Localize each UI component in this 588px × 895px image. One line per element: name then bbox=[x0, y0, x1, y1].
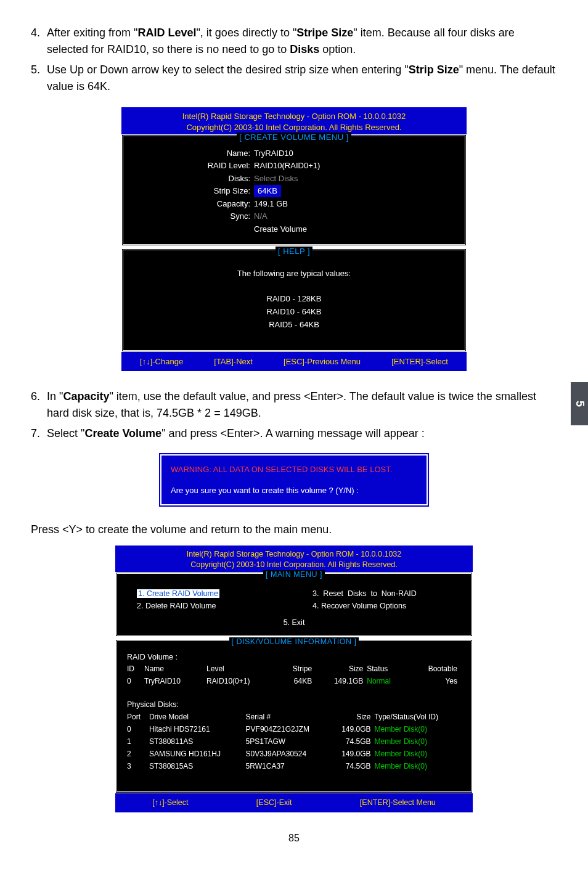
bios-footer: [↑↓]-Change [TAB]-Next [ESC]-Previous Me… bbox=[121, 352, 467, 372]
bios-title-line1: Intel(R) Rapid Storage Technology - Opti… bbox=[182, 112, 406, 121]
bios-screenshot-create-volume: Intel(R) Rapid Storage Technology - Opti… bbox=[121, 107, 467, 371]
table-header-row: IDNameLevelStripeSizeStatusBootable bbox=[127, 663, 461, 675]
menu-exit[interactable]: 5. Exit bbox=[127, 617, 461, 629]
footer-hint: [ESC]-Exit bbox=[256, 797, 292, 809]
chapter-tab: 5 bbox=[571, 382, 588, 425]
step-7: 7. Select "Create Volume" and press <Ent… bbox=[31, 425, 557, 442]
footer-hint: [↑↓]-Select bbox=[152, 797, 188, 809]
bios-header: Intel(R) Rapid Storage Technology - Opti… bbox=[121, 107, 467, 134]
step-text: In "Capacity" item, use the default valu… bbox=[47, 388, 557, 422]
step-number: 4. bbox=[31, 25, 47, 58]
warning-text: WARNING: ALL DATA ON SELECTED DISKS WILL… bbox=[171, 464, 417, 476]
menu-delete-raid[interactable]: 2. Delete RAID Volume bbox=[137, 600, 276, 612]
help-line: RAID5 - 64KB bbox=[133, 319, 455, 332]
menu-create-raid[interactable]: 1. Create RAID Volume bbox=[137, 588, 276, 600]
step-4: 4. After exiting from "RAID Level", it g… bbox=[31, 25, 557, 58]
value-name: TryRAID10 bbox=[254, 147, 455, 160]
create-volume-panel: [ CREATE VOLUME MENU ] Name:TryRAID10 RA… bbox=[121, 134, 467, 246]
step-number: 7. bbox=[31, 425, 47, 442]
value-disks: Select Disks bbox=[254, 173, 455, 185]
raid-volume-header: RAID Volume : bbox=[127, 652, 461, 663]
page-number: 85 bbox=[31, 831, 557, 846]
table-row: 0Hitachi HDS72161PVF904Z21G2JZM149.0GBMe… bbox=[127, 723, 461, 735]
label-name: Name: bbox=[133, 147, 254, 160]
value-capacity: 149.1 GB bbox=[254, 198, 455, 210]
footer-hint: [TAB]-Next bbox=[214, 356, 253, 368]
panel-title: [ DISK/VOLUME INFORMATION ] bbox=[127, 636, 461, 648]
step-5: 5. Use Up or Down arrow key to select th… bbox=[31, 62, 557, 95]
step-text: After exiting from "RAID Level", it goes… bbox=[47, 25, 557, 58]
table-row: 1ST380811AS5PS1TAGW74.5GBMember Disk(0) bbox=[127, 735, 461, 748]
value-sync: N/A bbox=[254, 210, 455, 223]
physical-disks-header: Physical Disks: bbox=[127, 699, 461, 711]
label-raid-level: RAID Level: bbox=[133, 160, 254, 172]
label-strip-size: Strip Size: bbox=[133, 185, 254, 197]
step-number: 5. bbox=[31, 62, 47, 95]
menu-recover-volume[interactable]: 4. Recover Volume Options bbox=[312, 600, 451, 612]
value-raid-level: RAID10(RAID0+1) bbox=[254, 160, 455, 172]
step-6: 6. In "Capacity" item, use the default v… bbox=[31, 388, 557, 422]
step-text: Use Up or Down arrow key to select the d… bbox=[47, 62, 557, 95]
footer-hint: [ENTER]-Select bbox=[391, 356, 448, 368]
table-row: 0TryRAID10RAID10(0+1)64KB149.1GBNormalYe… bbox=[127, 675, 461, 687]
create-volume-action[interactable]: Create Volume bbox=[254, 223, 455, 235]
table-row: 2SAMSUNG HD161HJS0V3J9APA30524149.0GBMem… bbox=[127, 748, 461, 760]
footer-hint: [ENTER]-Select Menu bbox=[360, 797, 436, 809]
step-number: 6. bbox=[31, 388, 47, 422]
panel-title: [ CREATE VOLUME MENU ] bbox=[133, 131, 455, 144]
warning-prompt[interactable]: Are you sure you want to create this vol… bbox=[171, 486, 359, 495]
help-panel: [ HELP ] The following are typical value… bbox=[121, 248, 467, 351]
help-intro: The following are typical values: bbox=[133, 268, 455, 280]
table-header-row: PortDrive ModelSerial #SizeType/Status(V… bbox=[127, 711, 461, 723]
menu-reset-disks[interactable]: 3. Reset Disks to Non-RAID bbox=[312, 588, 451, 600]
help-line: RAID0 - 128KB bbox=[133, 293, 455, 306]
bios-screenshot-main-menu: Intel(R) Rapid Storage Technology - Opti… bbox=[115, 546, 473, 812]
footer-hint: [↑↓]-Change bbox=[140, 356, 183, 368]
table-row: 3ST380815AS5RW1CA3774.5GBMember Disk(0) bbox=[127, 760, 461, 772]
bios-header: Intel(R) Rapid Storage Technology - Opti… bbox=[115, 546, 473, 572]
bios-title-line2: Copyright(C) 2003-10 Intel Corporation. … bbox=[186, 123, 401, 132]
step-text: Select "Create Volume" and press <Enter>… bbox=[47, 425, 557, 442]
physical-disks-table: PortDrive ModelSerial #SizeType/Status(V… bbox=[127, 711, 461, 772]
panel-title: [ HELP ] bbox=[133, 245, 455, 258]
main-menu-panel: [ MAIN MENU ] 1. Create RAID Volume 2. D… bbox=[115, 572, 473, 637]
label-sync: Sync: bbox=[133, 210, 254, 223]
value-strip-size[interactable]: 64KB bbox=[254, 185, 455, 197]
label-disks: Disks: bbox=[133, 173, 254, 185]
footer-hint: [ESC]-Previous Menu bbox=[284, 356, 361, 368]
raid-volume-table: IDNameLevelStripeSizeStatusBootable 0Try… bbox=[127, 663, 461, 687]
bios-title-line2: Copyright(C) 2003-10 Intel Corporation. … bbox=[190, 560, 398, 569]
bios-title-line1: Intel(R) Rapid Storage Technology - Opti… bbox=[187, 550, 402, 558]
disk-volume-info-panel: [ DISK/VOLUME INFORMATION ] RAID Volume … bbox=[115, 639, 473, 793]
press-y-instruction: Press <Y> to create the volume and retur… bbox=[31, 521, 557, 538]
panel-title: [ MAIN MENU ] bbox=[127, 569, 461, 581]
warning-dialog: WARNING: ALL DATA ON SELECTED DISKS WILL… bbox=[159, 453, 429, 507]
bios-footer: [↑↓]-Select [ESC]-Exit [ENTER]-Select Me… bbox=[115, 793, 473, 812]
help-line: RAID10 - 64KB bbox=[133, 306, 455, 319]
label-capacity: Capacity: bbox=[133, 198, 254, 210]
